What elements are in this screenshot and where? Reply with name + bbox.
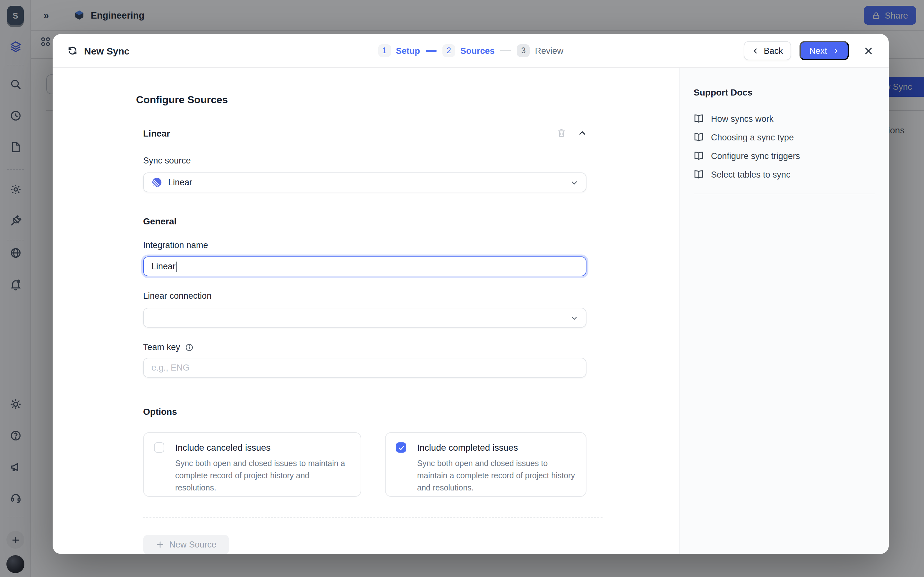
options-heading: Options (143, 406, 586, 417)
next-button[interactable]: Next (800, 41, 849, 60)
plus-icon (156, 540, 164, 549)
new-sync-modal: New Sync 1 Setup 2 Sources 3 Review (53, 34, 889, 554)
doc-link-how-syncs-work[interactable]: How syncs work (694, 113, 875, 124)
page-title: Configure Sources (136, 94, 679, 106)
modal-title: New Sync (84, 45, 129, 56)
doc-link-configure-sync-triggers[interactable]: Configure sync triggers (694, 151, 875, 161)
chevron-up-icon[interactable] (578, 129, 586, 137)
chevron-right-icon (832, 47, 839, 54)
team-key-input[interactable]: e.g., ENG (143, 358, 586, 378)
book-icon (694, 132, 704, 142)
chevron-down-icon (570, 314, 578, 322)
step-review[interactable]: 3 Review (517, 44, 564, 57)
sync-source-label: Sync source (143, 156, 586, 165)
close-icon[interactable] (862, 44, 875, 57)
support-docs-divider (694, 193, 875, 194)
sync-icon (67, 45, 78, 56)
source-section-title: Linear (143, 128, 170, 138)
option-card-canceled[interactable]: Include canceled issues Sync both open a… (143, 432, 361, 497)
section-divider (143, 517, 603, 518)
doc-link-select-tables[interactable]: Select tables to sync (694, 169, 875, 179)
step-connector (426, 50, 437, 52)
integration-name-label: Integration name (143, 240, 586, 250)
screen: » Engineering Share w Sync tions S (0, 0, 924, 577)
source-section: Linear Sync source (143, 127, 586, 497)
doc-link-choosing-sync-type[interactable]: Choosing a sync type (694, 132, 875, 142)
back-button[interactable]: Back (744, 41, 791, 60)
info-icon[interactable] (185, 343, 194, 351)
chevron-down-icon (570, 179, 578, 186)
checkbox-unchecked[interactable] (154, 442, 164, 453)
step-connector (501, 50, 511, 51)
book-icon (694, 169, 704, 179)
chevron-left-icon (752, 47, 759, 54)
sync-source-select[interactable]: Linear (143, 172, 586, 192)
support-docs-title: Support Docs (694, 87, 875, 97)
modal-header: New Sync 1 Setup 2 Sources 3 Review (53, 34, 889, 68)
general-heading: General (143, 216, 586, 226)
option-card-completed[interactable]: Include completed issues Sync both open … (385, 432, 586, 497)
step-sources[interactable]: 2 Sources (443, 44, 495, 57)
modal-main-content: Configure Sources Linear Sync source (53, 68, 679, 554)
text-caret (176, 261, 177, 271)
integration-name-input[interactable]: Linear (143, 256, 586, 276)
support-docs-panel: Support Docs How syncs work Choosing a s… (679, 68, 889, 554)
trash-icon[interactable] (556, 127, 567, 139)
checkbox-checked[interactable] (396, 442, 406, 453)
linear-connection-select[interactable] (143, 308, 586, 327)
linear-connection-label: Linear connection (143, 291, 586, 301)
wizard-steps: 1 Setup 2 Sources 3 Review (378, 44, 564, 57)
step-setup[interactable]: 1 Setup (378, 44, 420, 57)
team-key-label: Team key (143, 342, 586, 352)
new-source-button[interactable]: New Source (143, 535, 229, 554)
book-icon (694, 113, 704, 124)
book-icon (694, 151, 704, 161)
linear-logo-icon (152, 177, 162, 188)
